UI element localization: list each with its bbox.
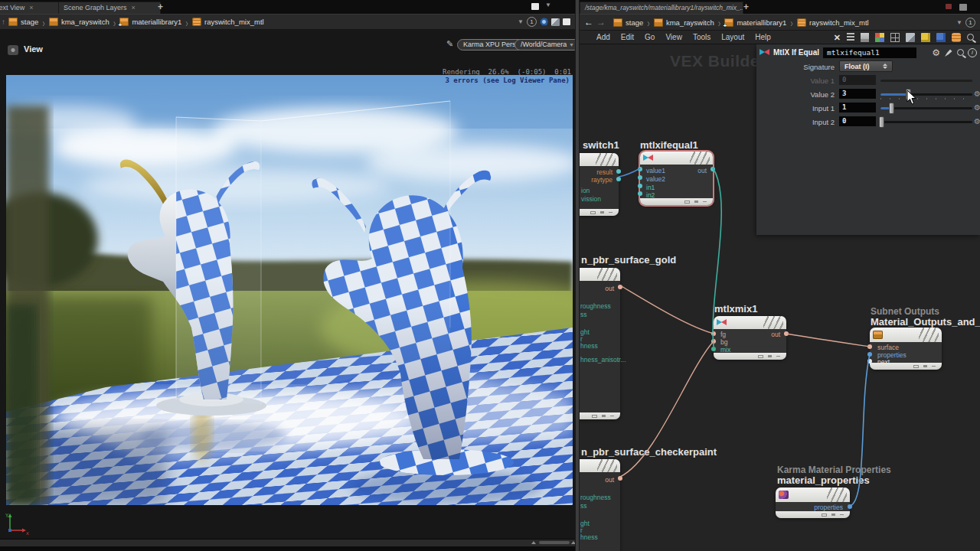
signature-dropdown[interactable]: Float (I) xyxy=(839,60,893,72)
node-footer[interactable] xyxy=(776,511,850,518)
crumb-rayswitch-mix[interactable]: rayswitch_mix_mtl xyxy=(192,18,264,26)
port-raytype[interactable] xyxy=(616,177,621,181)
color-palette-icon[interactable] xyxy=(875,33,884,42)
value2-field[interactable]: 3 xyxy=(839,89,876,99)
gear-icon[interactable]: ⚙ xyxy=(932,48,940,57)
port-out[interactable] xyxy=(710,167,715,171)
info-icon[interactable]: i xyxy=(968,48,977,57)
menu-help[interactable]: Help xyxy=(755,33,771,41)
node-footer[interactable] xyxy=(640,198,713,205)
input2-slider-handle[interactable] xyxy=(879,116,884,128)
node-pbr-surface-checkerpaint[interactable]: out roughness ss ght r hness xyxy=(580,459,620,551)
search-icon[interactable] xyxy=(967,34,974,41)
tools-icon[interactable]: ✕ xyxy=(834,33,841,42)
chevron-down-icon[interactable]: ▼ xyxy=(518,18,524,25)
menu-layout[interactable]: Layout xyxy=(721,33,744,41)
port-fg[interactable] xyxy=(711,331,716,336)
crumb-stage[interactable]: stage xyxy=(613,18,643,27)
node-mtlxmix1[interactable]: fg bg mix out xyxy=(714,316,786,360)
menu-tools[interactable]: Tools xyxy=(693,33,710,41)
brush-icon[interactable] xyxy=(944,48,953,57)
spreadsheet-icon[interactable] xyxy=(861,33,869,42)
node-footer[interactable] xyxy=(870,363,942,370)
menu-edit[interactable]: Edit xyxy=(621,33,634,41)
node-title-mtlxifequal1[interactable]: mtlxifequal1 xyxy=(640,139,698,151)
menu-add[interactable]: Add xyxy=(596,33,610,41)
forward-icon[interactable]: → xyxy=(596,17,606,28)
camera-selector[interactable]: /World/Camera ▼ xyxy=(514,39,580,51)
crumb-kma-rayswitch[interactable]: kma_rayswitch xyxy=(49,18,109,26)
node-material-outputs[interactable]: surface properties next xyxy=(870,328,942,370)
port-bg[interactable] xyxy=(711,339,716,344)
pane-menu-icon[interactable]: ▼ xyxy=(545,2,551,8)
tab-scene-graph-layers[interactable]: Scene Graph Layers× xyxy=(58,2,161,14)
port-out[interactable] xyxy=(618,476,622,481)
grid-icon[interactable] xyxy=(890,33,900,42)
crumb-materiallibrary[interactable]: materiallibrary1 xyxy=(724,18,786,27)
port-out[interactable] xyxy=(618,285,622,289)
tree-list-icon[interactable] xyxy=(847,33,854,42)
node-title-checkerpaint[interactable]: n_pbr_surface_checkerpaint xyxy=(581,446,717,458)
port-surface[interactable] xyxy=(867,344,872,349)
input1-slider-handle[interactable] xyxy=(889,103,894,114)
menu-view[interactable]: View xyxy=(665,33,682,41)
node-title-material-properties[interactable]: material_properties xyxy=(777,474,870,486)
pane-maximize-icon[interactable] xyxy=(531,3,539,10)
node-mtlxifequal1[interactable]: value1 value2 in1 in2 out xyxy=(640,152,713,205)
new-tab-button[interactable]: + xyxy=(158,2,163,12)
geometry-icon[interactable] xyxy=(551,18,560,26)
spinner-icon[interactable] xyxy=(883,64,887,69)
badge-1[interactable]: 1 xyxy=(527,17,537,27)
crumb-stage[interactable]: stage xyxy=(8,18,38,26)
node-material-properties[interactable]: properties xyxy=(776,487,850,518)
scrollbar-left-arrow[interactable] xyxy=(531,541,536,544)
snapshot-image-icon[interactable] xyxy=(906,33,915,42)
snapshot-icon[interactable] xyxy=(540,18,548,26)
node-title-mtlxmix1[interactable]: mtlxmix1 xyxy=(714,303,757,315)
magnifier-icon[interactable] xyxy=(957,49,964,56)
new-tab-button[interactable]: + xyxy=(743,2,749,12)
port-properties[interactable] xyxy=(867,352,872,357)
port-in2[interactable] xyxy=(638,191,642,196)
port-value1[interactable] xyxy=(638,167,642,171)
close-icon[interactable]: × xyxy=(132,4,136,11)
network-editor[interactable]: VEX Builder switch1 mtlxifequal1 n_pbr_s… xyxy=(580,44,980,551)
param-gear-icon[interactable]: ⚙ xyxy=(974,117,980,126)
crumb-kma-rayswitch[interactable]: kma_rayswitch xyxy=(654,18,714,27)
node-title-gold[interactable]: n_pbr_surface_gold xyxy=(581,254,676,266)
node-name-field[interactable]: mtlxifequal1 xyxy=(823,47,916,58)
port-result[interactable] xyxy=(616,169,621,174)
tab-context-view[interactable]: ntext View× xyxy=(0,2,66,14)
port-properties[interactable] xyxy=(848,504,852,509)
tab-network-path[interactable]: /stage/kma_rayswitch/materiallibrary1/ra… xyxy=(580,2,743,14)
input2-slider[interactable] xyxy=(880,121,972,123)
node-footer[interactable] xyxy=(714,353,786,360)
node-footer[interactable] xyxy=(580,412,620,419)
node-title-material-outputs[interactable]: Material_Outputs_and_AO xyxy=(871,316,980,328)
input1-slider[interactable] xyxy=(880,107,972,109)
display-icon[interactable] xyxy=(563,18,570,25)
material-stack-icon[interactable] xyxy=(952,33,961,42)
crumb-materiallibrary[interactable]: materiallibrary1 xyxy=(119,18,181,26)
node-switch1[interactable]: result raytype ion vission xyxy=(580,153,619,216)
back-icon[interactable]: ← xyxy=(584,17,593,28)
value1-slider[interactable] xyxy=(880,80,972,82)
background-image-icon[interactable] xyxy=(936,33,946,42)
badge-1[interactable]: 1 xyxy=(965,18,975,28)
param-gear-icon[interactable]: ⚙ xyxy=(974,90,980,98)
node-title-switch1[interactable]: switch1 xyxy=(583,139,619,151)
value1-field[interactable]: 0 xyxy=(839,75,876,85)
pencil-icon[interactable]: ✎ xyxy=(446,39,453,49)
port-out[interactable] xyxy=(784,331,789,336)
up-arrow-icon[interactable]: ↑ xyxy=(2,18,5,26)
param-gear-icon[interactable]: ⚙ xyxy=(974,103,980,112)
sticky-note-icon[interactable] xyxy=(921,33,930,42)
pane-maximize-icon[interactable] xyxy=(959,4,967,11)
close-icon[interactable]: × xyxy=(29,4,33,11)
port-in1[interactable] xyxy=(638,184,642,188)
node-footer[interactable] xyxy=(580,209,619,216)
render-image[interactable]: 3 errors (see Log Viewer Pane) xyxy=(6,75,573,505)
crumb-rayswitch-mix[interactable]: rayswitch_mix_mtl xyxy=(797,18,869,27)
scrollbar-handle[interactable] xyxy=(539,541,570,544)
chevron-down-icon[interactable]: ▼ xyxy=(956,19,962,26)
